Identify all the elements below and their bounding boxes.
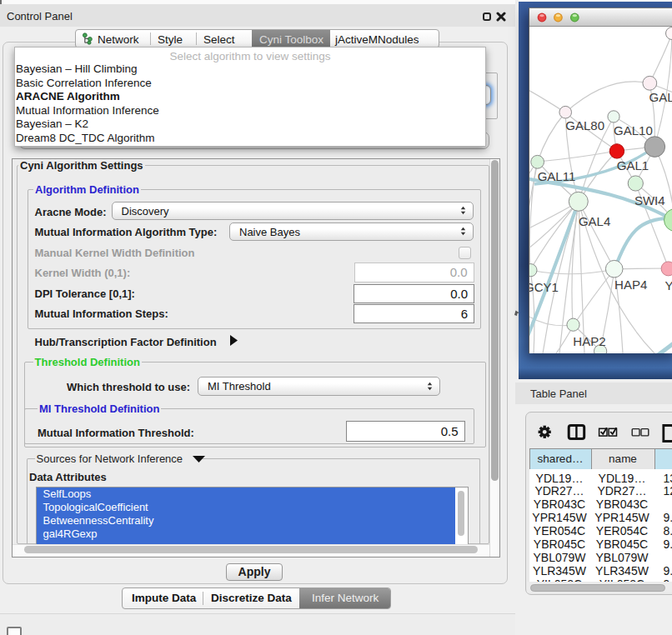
- svg-text:GAL11: GAL11: [538, 169, 576, 183]
- svg-text:GAL4: GAL4: [579, 214, 610, 228]
- svg-text:GAL2: GAL2: [649, 90, 672, 104]
- svg-text:GAL1: GAL1: [617, 158, 649, 172]
- svg-text:YE: YE: [665, 278, 672, 292]
- svg-text:HAP2: HAP2: [573, 334, 605, 348]
- svg-text:HAP4: HAP4: [614, 278, 647, 292]
- svg-text:GAL80: GAL80: [565, 118, 604, 132]
- svg-text:GAL10: GAL10: [614, 123, 653, 138]
- svg-text:SWI4: SWI4: [634, 193, 665, 208]
- svg-text:GCY1: GCY1: [529, 280, 559, 294]
